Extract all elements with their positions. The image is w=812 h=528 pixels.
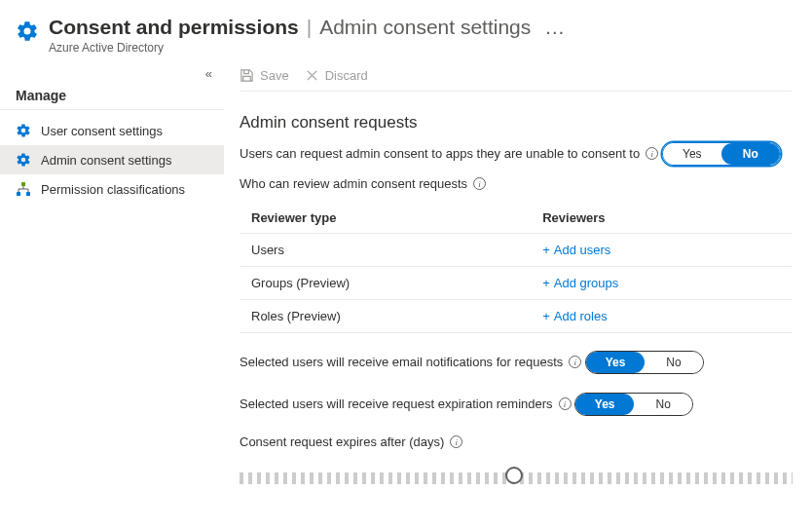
main-content: Save Discard Admin consent requests User… [224, 60, 812, 528]
field-label: Users can request admin consent to apps … [240, 146, 640, 161]
toggle-option-no[interactable]: No [645, 352, 703, 373]
sidebar-item-label: Permission classifications [41, 182, 185, 197]
field-who-can-review: Who can review admin consent requests i … [240, 176, 793, 333]
svg-rect-1 [17, 192, 20, 196]
title-separator: | [307, 16, 312, 39]
toggle-expiration-reminders[interactable]: Yes No [574, 393, 693, 416]
sidebar-item-label: Admin consent settings [41, 153, 171, 168]
sidebar-item-label: User consent settings [41, 124, 163, 138]
toggle-users-can-request[interactable]: Yes No [662, 142, 781, 166]
plus-icon: + [542, 276, 550, 290]
collapse-sidebar-button[interactable]: « [205, 66, 212, 81]
close-icon [305, 68, 319, 83]
toggle-option-no[interactable]: No [634, 394, 692, 415]
sidebar-item-admin-consent-settings[interactable]: Admin consent settings [0, 145, 224, 174]
toggle-option-yes[interactable]: Yes [575, 394, 634, 415]
toggle-option-yes[interactable]: Yes [663, 143, 721, 165]
gear-icon [16, 152, 31, 168]
discard-label: Discard [325, 68, 368, 83]
save-icon [240, 68, 254, 83]
plus-icon: + [542, 243, 550, 257]
sidebar: « Manage User consent settings Admin con… [0, 60, 224, 528]
info-icon[interactable]: i [559, 397, 572, 410]
field-label: Who can review admin consent requests [240, 176, 467, 191]
table-row: Users +Add users [240, 234, 793, 267]
add-users-link[interactable]: +Add users [542, 243, 781, 257]
discard-button[interactable]: Discard [305, 68, 368, 83]
reviewer-table: Reviewer type Reviewers Users +Add users… [240, 203, 793, 333]
toggle-email-notifications[interactable]: Yes No [585, 351, 704, 374]
gear-icon [16, 19, 39, 43]
cell-type: Users [251, 243, 542, 257]
column-header-reviewers: Reviewers [542, 210, 781, 225]
info-icon[interactable]: i [569, 356, 581, 368]
toggle-option-yes[interactable]: Yes [586, 352, 645, 373]
sidebar-item-permission-classifications[interactable]: Permission classifications [0, 174, 224, 204]
table-row: Roles (Preview) +Add roles [240, 300, 793, 333]
svg-rect-2 [26, 192, 30, 196]
toggle-option-no[interactable]: No [721, 143, 780, 165]
add-roles-link[interactable]: +Add roles [542, 309, 781, 323]
column-header-type: Reviewer type [251, 210, 542, 225]
title-secondary: Admin consent settings [319, 16, 531, 39]
gear-icon [16, 123, 31, 138]
cell-type: Roles (Preview) [251, 309, 542, 323]
title-primary: Consent and permissions [49, 16, 299, 39]
sidebar-item-user-consent-settings[interactable]: User consent settings [0, 116, 224, 145]
breadcrumb: Azure Active Directory [49, 41, 565, 55]
field-label: Selected users will receive email notifi… [240, 355, 563, 369]
page-title: Consent and permissions | Admin consent … [49, 16, 565, 39]
hierarchy-icon [16, 181, 31, 197]
slider-thumb[interactable] [505, 467, 523, 484]
info-icon[interactable]: i [450, 435, 462, 448]
table-row: Groups (Preview) +Add groups [240, 267, 793, 300]
sidebar-heading: Manage [0, 66, 224, 110]
field-label: Consent request expires after (days) [240, 434, 444, 449]
field-users-can-request: Users can request admin consent to apps … [240, 142, 793, 167]
page-header: Consent and permissions | Admin consent … [0, 0, 812, 60]
more-menu-button[interactable]: … [544, 16, 565, 39]
plus-icon: + [542, 309, 550, 323]
field-label: Selected users will receive request expi… [240, 396, 553, 411]
save-button[interactable]: Save [240, 68, 289, 83]
section-title: Admin consent requests [240, 113, 793, 132]
field-expiration-reminders: Selected users will receive request expi… [240, 393, 793, 417]
field-expires-after: Consent request expires after (days) i [240, 434, 793, 492]
field-email-notifications: Selected users will receive email notifi… [240, 351, 793, 375]
info-icon[interactable]: i [473, 177, 486, 190]
days-slider[interactable] [240, 465, 793, 492]
svg-rect-0 [21, 182, 25, 186]
cell-type: Groups (Preview) [251, 276, 542, 290]
table-header: Reviewer type Reviewers [240, 203, 793, 234]
info-icon[interactable]: i [646, 147, 658, 160]
add-groups-link[interactable]: +Add groups [542, 276, 781, 290]
command-bar: Save Discard [240, 60, 793, 92]
save-label: Save [260, 68, 289, 83]
